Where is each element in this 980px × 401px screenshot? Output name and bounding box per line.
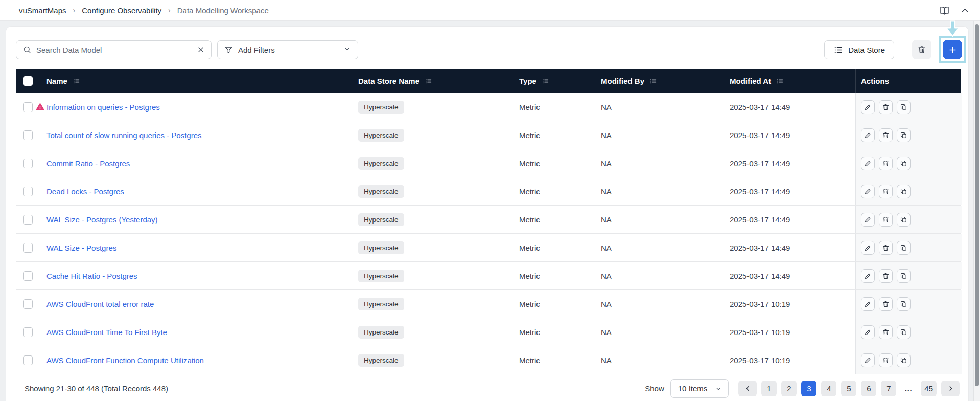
breadcrumb: vuSmartMaps › Configure Observability › … bbox=[19, 6, 269, 15]
delete-trash-icon[interactable] bbox=[879, 185, 893, 198]
duplicate-copy-icon[interactable] bbox=[897, 100, 911, 114]
data-model-name-link[interactable]: Dead Locks - Postgres bbox=[46, 187, 124, 196]
modified-by-cell: NA bbox=[601, 103, 730, 112]
duplicate-copy-icon[interactable] bbox=[897, 241, 911, 255]
edit-pencil-icon[interactable] bbox=[861, 353, 875, 367]
add-filters-dropdown[interactable]: Add Filters bbox=[217, 40, 358, 59]
bulk-delete-trash-icon[interactable] bbox=[912, 40, 931, 59]
row-checkbox[interactable] bbox=[23, 327, 33, 337]
row-checkbox[interactable] bbox=[23, 299, 33, 309]
edit-pencil-icon[interactable] bbox=[861, 128, 875, 142]
duplicate-copy-icon[interactable] bbox=[897, 128, 911, 142]
data-model-name-link[interactable]: Total count of slow running queries - Po… bbox=[46, 131, 202, 140]
data-model-name-link[interactable]: AWS CloudFront Time To First Byte bbox=[46, 328, 167, 337]
modified-at-cell: 2025-03-17 14:49 bbox=[730, 187, 855, 196]
edit-pencil-icon[interactable] bbox=[861, 269, 875, 283]
data-modelling-workspace-panel: Add Filters Data Store bbox=[6, 26, 969, 401]
column-filter-icon[interactable] bbox=[649, 77, 657, 85]
modified-by-cell: NA bbox=[601, 272, 730, 280]
modified-at-cell: 2025-03-17 10:19 bbox=[730, 300, 855, 308]
data-model-name-link[interactable]: AWS CloudFront Function Compute Utilizat… bbox=[46, 356, 204, 365]
breadcrumb-item-home[interactable]: vuSmartMaps bbox=[19, 6, 66, 15]
modified-at-cell: 2025-03-17 14:49 bbox=[730, 243, 855, 252]
select-all-checkbox[interactable] bbox=[23, 76, 33, 86]
page-button-6[interactable]: 6 bbox=[861, 381, 876, 396]
row-checkbox[interactable] bbox=[23, 215, 33, 225]
row-checkbox[interactable] bbox=[23, 159, 33, 168]
column-header-actions: Actions bbox=[861, 77, 889, 85]
modified-by-cell: NA bbox=[601, 356, 730, 365]
row-checkbox[interactable] bbox=[23, 102, 33, 112]
delete-trash-icon[interactable] bbox=[879, 241, 893, 255]
page-size-select[interactable]: 10 Items bbox=[670, 379, 729, 398]
data-model-name-link[interactable]: Commit Ratio - Postgres bbox=[46, 159, 130, 168]
page-button-2[interactable]: 2 bbox=[781, 381, 797, 396]
duplicate-copy-icon[interactable] bbox=[897, 269, 911, 283]
row-checkbox[interactable] bbox=[23, 243, 33, 253]
data-model-name-link[interactable]: AWS CloudFront total error rate bbox=[46, 300, 154, 308]
column-filter-icon[interactable] bbox=[542, 77, 549, 85]
delete-trash-icon[interactable] bbox=[879, 128, 893, 142]
duplicate-copy-icon[interactable] bbox=[897, 157, 911, 170]
row-checkbox[interactable] bbox=[23, 130, 33, 140]
edit-pencil-icon[interactable] bbox=[861, 100, 875, 114]
row-checkbox[interactable] bbox=[23, 271, 33, 281]
search-input[interactable] bbox=[36, 46, 192, 54]
edit-pencil-icon[interactable] bbox=[861, 241, 875, 255]
breadcrumb-item-configure-observability[interactable]: Configure Observability bbox=[82, 6, 161, 15]
collapse-chevron-up-icon[interactable] bbox=[960, 6, 970, 15]
data-model-name-link[interactable]: Information on queries - Postgres bbox=[46, 103, 160, 112]
column-header-modified-by: Modified By bbox=[601, 77, 644, 85]
edit-pencil-icon[interactable] bbox=[861, 185, 875, 198]
table-body: Information on queries - Postgres Hypers… bbox=[16, 93, 961, 374]
page-button-7[interactable]: 7 bbox=[881, 381, 896, 396]
data-model-table: Name Data Store Name Type Modified By Mo… bbox=[16, 69, 961, 374]
next-page-button[interactable] bbox=[941, 381, 960, 396]
column-filter-icon[interactable] bbox=[776, 77, 784, 85]
edit-pencil-icon[interactable] bbox=[861, 157, 875, 170]
edit-pencil-icon[interactable] bbox=[861, 297, 875, 311]
scrollbar-thumb[interactable] bbox=[975, 24, 979, 386]
breadcrumb-item-current-page: Data Modelling Workspace bbox=[177, 6, 269, 15]
row-checkbox[interactable] bbox=[23, 187, 33, 196]
delete-trash-icon[interactable] bbox=[879, 100, 893, 114]
page-button-4[interactable]: 4 bbox=[821, 381, 836, 396]
data-store-button[interactable]: Data Store bbox=[824, 40, 894, 59]
delete-trash-icon[interactable] bbox=[879, 269, 893, 283]
column-filter-icon[interactable] bbox=[73, 77, 80, 85]
top-navigation-bar: vuSmartMaps › Configure Observability › … bbox=[0, 0, 980, 21]
modified-by-cell: NA bbox=[601, 328, 730, 337]
delete-trash-icon[interactable] bbox=[879, 157, 893, 170]
data-model-name-link[interactable]: Cache Hit Ratio - Postgres bbox=[46, 272, 137, 280]
data-store-badge: Hyperscale bbox=[358, 101, 404, 114]
duplicate-copy-icon[interactable] bbox=[897, 353, 911, 367]
column-filter-icon[interactable] bbox=[425, 77, 432, 85]
edit-pencil-icon[interactable] bbox=[861, 325, 875, 339]
delete-trash-icon[interactable] bbox=[879, 213, 893, 227]
edit-pencil-icon[interactable] bbox=[861, 213, 875, 227]
list-icon bbox=[833, 45, 843, 55]
row-checkbox[interactable] bbox=[23, 355, 33, 365]
modified-at-cell: 2025-03-17 14:49 bbox=[730, 272, 855, 280]
add-data-model-button[interactable] bbox=[943, 40, 962, 59]
duplicate-copy-icon[interactable] bbox=[897, 325, 911, 339]
delete-trash-icon[interactable] bbox=[879, 353, 893, 367]
page-button-3[interactable]: 3 bbox=[801, 381, 816, 396]
data-model-name-link[interactable]: WAL Size - Postgres bbox=[46, 243, 116, 252]
delete-trash-icon[interactable] bbox=[879, 297, 893, 311]
page-button-5[interactable]: 5 bbox=[841, 381, 856, 396]
vertical-scrollbar[interactable] bbox=[973, 21, 980, 401]
table-row: Dead Locks - Postgres Hyperscale Metric … bbox=[16, 177, 961, 206]
page-button-1[interactable]: 1 bbox=[761, 381, 777, 396]
page-button-45[interactable]: 45 bbox=[921, 381, 937, 396]
previous-page-button[interactable] bbox=[738, 381, 757, 396]
duplicate-copy-icon[interactable] bbox=[897, 185, 911, 198]
chevron-down-icon bbox=[343, 45, 351, 54]
duplicate-copy-icon[interactable] bbox=[897, 213, 911, 227]
delete-trash-icon[interactable] bbox=[879, 325, 893, 339]
duplicate-copy-icon[interactable] bbox=[897, 297, 911, 311]
clear-search-icon[interactable] bbox=[197, 46, 205, 54]
data-model-name-link[interactable]: WAL Size - Postgres (Yesterday) bbox=[46, 215, 158, 224]
modified-at-cell: 2025-03-17 10:19 bbox=[730, 356, 855, 365]
documentation-book-icon[interactable] bbox=[939, 5, 950, 16]
